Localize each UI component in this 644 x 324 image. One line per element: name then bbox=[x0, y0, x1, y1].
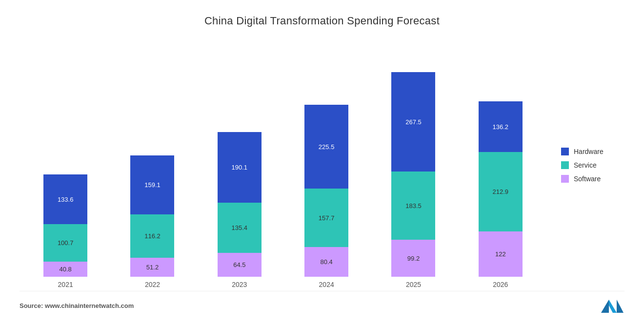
hardware-segment-2026: 136.2 bbox=[479, 101, 523, 152]
chart-legend: HardwareServiceSoftware bbox=[546, 42, 624, 288]
hardware-segment-2024: 225.5 bbox=[304, 105, 348, 189]
logo bbox=[600, 297, 624, 314]
legend-label-software: Software bbox=[574, 175, 601, 183]
hardware-segment-2022: 159.1 bbox=[130, 155, 174, 214]
x-label-2023: 2023 bbox=[203, 277, 276, 288]
x-label-2024: 2024 bbox=[290, 277, 362, 288]
service-segment-2021: 100.7 bbox=[43, 224, 87, 262]
software-segment-2024: 80.4 bbox=[304, 247, 348, 277]
bar-group-2023: 64.5135.4190.1 bbox=[203, 132, 276, 277]
chart-title: China Digital Transformation Spending Fo… bbox=[20, 15, 624, 27]
x-label-2022: 2022 bbox=[116, 277, 188, 288]
legend-item-hardware: Hardware bbox=[561, 148, 615, 155]
bar-group-2021: 40.8100.7133.6 bbox=[29, 174, 101, 277]
service-segment-2024: 157.7 bbox=[304, 189, 348, 247]
legend-label-service: Service bbox=[574, 161, 597, 169]
legend-color-software bbox=[561, 175, 569, 183]
legend-color-hardware bbox=[561, 148, 569, 155]
software-segment-2026: 122 bbox=[479, 231, 523, 277]
service-segment-2022: 116.2 bbox=[130, 214, 174, 258]
svg-marker-0 bbox=[601, 300, 609, 313]
x-label-2025: 2025 bbox=[377, 277, 449, 288]
legend-item-software: Software bbox=[561, 175, 615, 183]
svg-marker-1 bbox=[609, 300, 617, 313]
bar-group-2022: 51.2116.2159.1 bbox=[116, 155, 188, 277]
hardware-segment-2025: 267.5 bbox=[391, 72, 435, 172]
software-segment-2021: 40.8 bbox=[43, 262, 87, 277]
x-label-2026: 2026 bbox=[464, 277, 537, 288]
service-segment-2023: 135.4 bbox=[218, 203, 262, 253]
legend-item-service: Service bbox=[561, 161, 615, 169]
bar-group-2025: 99.2183.5267.5 bbox=[377, 72, 449, 277]
source-row: Source: www.chinainternetwatch.com bbox=[20, 291, 624, 314]
hardware-segment-2023: 190.1 bbox=[218, 132, 262, 203]
software-segment-2023: 64.5 bbox=[218, 253, 262, 277]
service-segment-2026: 212.9 bbox=[479, 152, 523, 231]
software-segment-2025: 99.2 bbox=[391, 240, 435, 277]
legend-label-hardware: Hardware bbox=[574, 148, 604, 155]
source-text: Source: www.chinainternetwatch.com bbox=[20, 302, 134, 309]
software-segment-2022: 51.2 bbox=[130, 258, 174, 277]
x-label-2021: 2021 bbox=[29, 277, 101, 288]
bar-group-2026: 122212.9136.2 bbox=[464, 101, 537, 277]
hardware-segment-2021: 133.6 bbox=[43, 174, 87, 224]
service-segment-2025: 183.5 bbox=[391, 172, 435, 240]
legend-color-service bbox=[561, 161, 569, 169]
bar-group-2024: 80.4157.7225.5 bbox=[290, 105, 362, 277]
svg-marker-2 bbox=[617, 300, 624, 313]
